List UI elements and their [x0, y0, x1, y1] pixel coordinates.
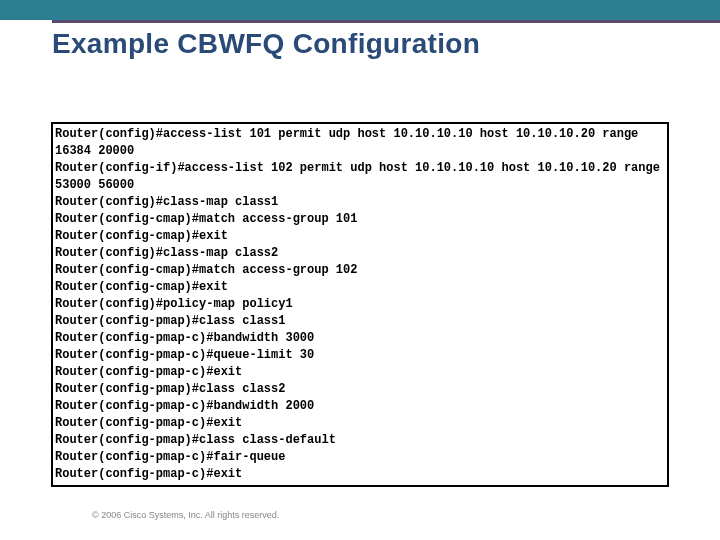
config-line: Router(config-if)#access-list 102 permit…	[53, 160, 667, 194]
footer-copyright: © 2006 Cisco Systems, Inc. All rights re…	[92, 510, 279, 520]
config-wrapper: Router(config)#access-list 101 permit ud…	[0, 0, 720, 365]
config-box: Router(config)#access-list 101 permit ud…	[51, 122, 669, 487]
config-line: Router(config-cmap)#match access-group 1…	[53, 262, 667, 279]
config-line: Router(config-pmap-c)#exit	[53, 364, 667, 381]
config-line: Router(config-pmap-c)#fair-queue	[53, 449, 667, 466]
config-line: Router(config-cmap)#match access-group 1…	[53, 211, 667, 228]
config-line: Router(config-pmap)#class class2	[53, 381, 667, 398]
config-line: Router(config)#class-map class2	[53, 245, 667, 262]
config-line: Router(config)#class-map class1	[53, 194, 667, 211]
config-line: Router(config-pmap-c)#exit	[53, 466, 667, 485]
config-line: Router(config-pmap-c)#bandwidth 3000	[53, 330, 667, 347]
config-line: Router(config)#access-list 101 permit ud…	[53, 124, 667, 160]
config-line: Router(config-pmap-c)#queue-limit 30	[53, 347, 667, 364]
config-line: Router(config-cmap)#exit	[53, 279, 667, 296]
config-line: Router(config-pmap-c)#exit	[53, 415, 667, 432]
config-line: Router(config)#policy-map policy1	[53, 296, 667, 313]
config-line: Router(config-pmap)#class class1	[53, 313, 667, 330]
config-line: Router(config-pmap-c)#bandwidth 2000	[53, 398, 667, 415]
config-line: Router(config-cmap)#exit	[53, 228, 667, 245]
config-line: Router(config-pmap)#class class-default	[53, 432, 667, 449]
